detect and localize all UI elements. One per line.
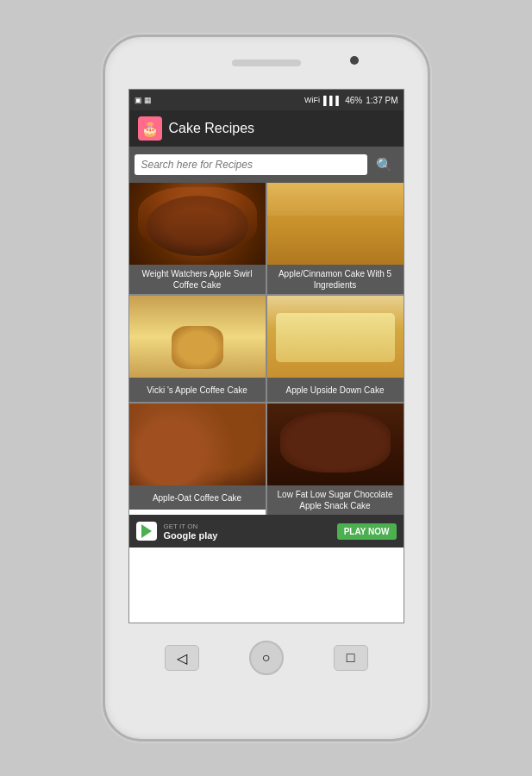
phone-bottom-nav: ◁ ○ □ [105, 623, 428, 692]
app-title: Cake Recipes [169, 121, 255, 136]
status-bar: ▣ ▦ WiFi ▌▌▌ 46% 1:37 PM [129, 90, 404, 110]
screen: ▣ ▦ WiFi ▌▌▌ 46% 1:37 PM 🎂 Cake Recipes … [128, 89, 404, 623]
banner-store-name: Google play [164, 530, 330, 541]
camera [350, 56, 359, 65]
banner-sublabel: GET IT ON [164, 523, 330, 530]
search-button[interactable]: 🔍 [371, 152, 398, 178]
banner-text: GET IT ON Google play [164, 523, 330, 541]
app-icon: 🎂 [138, 116, 162, 141]
back-button[interactable]: ◁ [165, 645, 199, 671]
recipe-image-5 [129, 404, 266, 485]
list-item[interactable]: Low Fat Low Sugar Chocolate Apple Snack … [267, 404, 404, 515]
list-item[interactable]: Apple-Oat Coffee Cake [129, 404, 266, 515]
status-right: WiFi ▌▌▌ 46% 1:37 PM [304, 96, 398, 105]
wifi-icon: WiFi [304, 96, 320, 104]
recipe-title-5: Apple-Oat Coffee Cake [129, 485, 266, 510]
play-now-button[interactable]: PLAY NOW [337, 523, 397, 540]
list-item[interactable]: Weight Watchers Apple Swirl Coffee Cake [129, 183, 266, 294]
play-triangle-icon [141, 524, 152, 538]
notification-icons: ▣ ▦ [135, 96, 153, 104]
google-play-logo [136, 522, 157, 541]
clock: 1:37 PM [366, 96, 397, 105]
recipe-title-1: Weight Watchers Apple Swirl Coffee Cake [129, 265, 266, 294]
list-item[interactable]: Vicki 's Apple Coffee Cake [129, 296, 266, 402]
phone-top [105, 37, 428, 89]
recipe-title-2: Apple/Cinnamon Cake With 5 Ingredients [267, 265, 404, 294]
search-icon: 🔍 [376, 157, 393, 173]
list-item[interactable]: Apple/Cinnamon Cake With 5 Ingredients [267, 183, 404, 294]
recipe-image-1 [129, 183, 266, 265]
recipe-image-2 [267, 183, 404, 265]
battery-level: 46% [345, 96, 362, 105]
google-play-banner: GET IT ON Google play PLAY NOW [129, 515, 404, 548]
search-bar: 🔍 [129, 147, 404, 183]
speaker [232, 59, 301, 66]
list-item[interactable]: Apple Upside Down Cake [267, 296, 404, 402]
search-input[interactable] [135, 154, 367, 175]
app-header: 🎂 Cake Recipes [129, 110, 404, 147]
home-icon: ○ [262, 650, 271, 666]
recipe-image-6 [267, 404, 404, 485]
status-left: ▣ ▦ [135, 96, 153, 104]
menu-icon: □ [347, 650, 355, 666]
home-button[interactable]: ○ [249, 641, 284, 675]
recipe-title-6: Low Fat Low Sugar Chocolate Apple Snack … [267, 485, 404, 515]
signal-icon: ▌▌▌ [323, 96, 341, 105]
menu-button[interactable]: □ [334, 645, 368, 671]
recipe-title-3: Vicki 's Apple Coffee Cake [129, 378, 266, 402]
main-content: Weight Watchers Apple Swirl Coffee Cake … [129, 183, 404, 548]
recipe-image-4 [267, 296, 404, 378]
phone-frame: ▣ ▦ WiFi ▌▌▌ 46% 1:37 PM 🎂 Cake Recipes … [103, 34, 430, 742]
recipe-title-4: Apple Upside Down Cake [267, 378, 404, 402]
recipe-grid: Weight Watchers Apple Swirl Coffee Cake … [129, 183, 404, 515]
back-icon: ◁ [177, 650, 187, 666]
recipe-image-3 [129, 296, 266, 378]
